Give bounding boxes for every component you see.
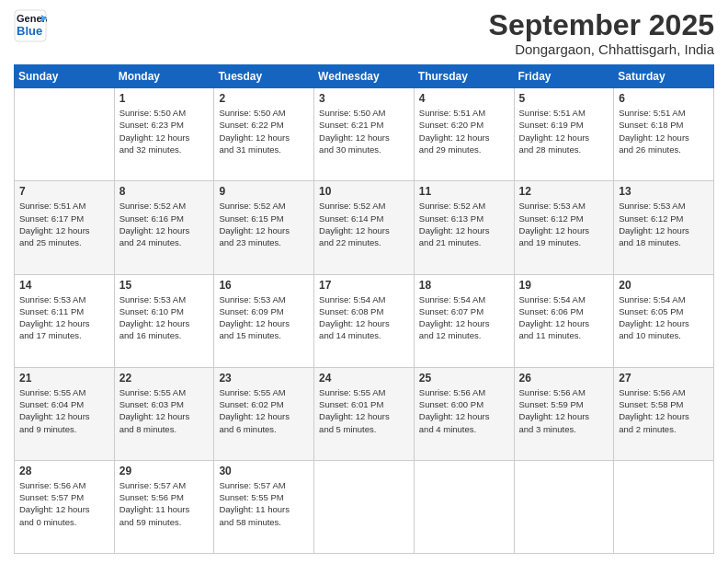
day-info: Sunrise: 5:52 AM Sunset: 6:13 PM Dayligh… (419, 200, 509, 248)
day-number: 2 (219, 92, 309, 105)
day-number: 29 (119, 465, 210, 477)
header: General Blue September 2025 Dongargaon, … (14, 9, 714, 57)
table-row (15, 88, 115, 181)
table-row: 3Sunrise: 5:50 AM Sunset: 6:21 PM Daylig… (314, 88, 415, 181)
calendar-header-row: Sunday Monday Tuesday Wednesday Thursday… (15, 65, 714, 88)
day-number: 20 (619, 279, 709, 292)
table-row: 21Sunrise: 5:55 AM Sunset: 6:04 PM Dayli… (15, 367, 115, 460)
day-number: 27 (619, 372, 709, 385)
day-info: Sunrise: 5:56 AM Sunset: 5:59 PM Dayligh… (519, 386, 609, 435)
day-number: 17 (319, 279, 409, 292)
table-row: 20Sunrise: 5:54 AM Sunset: 6:05 PM Dayli… (614, 274, 714, 367)
day-info: Sunrise: 5:55 AM Sunset: 6:04 PM Dayligh… (19, 386, 109, 435)
logo-svg: General Blue (14, 9, 47, 42)
table-row: 1Sunrise: 5:50 AM Sunset: 6:23 PM Daylig… (114, 88, 214, 181)
table-row: 2Sunrise: 5:50 AM Sunset: 6:22 PM Daylig… (214, 88, 314, 181)
table-row: 7Sunrise: 5:51 AM Sunset: 6:17 PM Daylig… (15, 181, 115, 274)
day-info: Sunrise: 5:51 AM Sunset: 6:20 PM Dayligh… (419, 107, 509, 155)
day-info: Sunrise: 5:53 AM Sunset: 6:10 PM Dayligh… (119, 293, 210, 342)
table-row: 30Sunrise: 5:57 AM Sunset: 5:55 PM Dayli… (214, 460, 314, 553)
day-number: 25 (419, 372, 509, 385)
svg-text:Blue: Blue (17, 24, 42, 38)
day-info: Sunrise: 5:57 AM Sunset: 5:55 PM Dayligh… (219, 479, 309, 528)
col-thursday: Thursday (414, 65, 514, 88)
month-title: September 2025 (489, 9, 714, 41)
day-number: 6 (619, 92, 709, 105)
day-number: 23 (219, 372, 309, 385)
day-info: Sunrise: 5:52 AM Sunset: 6:14 PM Dayligh… (319, 200, 409, 248)
col-wednesday: Wednesday (314, 65, 415, 88)
table-row (514, 460, 614, 553)
day-number: 12 (519, 185, 609, 198)
day-number: 28 (19, 465, 109, 477)
day-info: Sunrise: 5:51 AM Sunset: 6:19 PM Dayligh… (519, 107, 609, 155)
day-number: 7 (19, 185, 109, 198)
day-number: 15 (119, 279, 210, 292)
day-number: 14 (19, 279, 109, 292)
table-row: 16Sunrise: 5:53 AM Sunset: 6:09 PM Dayli… (214, 274, 314, 367)
day-info: Sunrise: 5:54 AM Sunset: 6:06 PM Dayligh… (519, 293, 609, 342)
day-info: Sunrise: 5:53 AM Sunset: 6:09 PM Dayligh… (219, 293, 309, 342)
table-row: 28Sunrise: 5:56 AM Sunset: 5:57 PM Dayli… (15, 460, 115, 553)
day-info: Sunrise: 5:56 AM Sunset: 5:57 PM Dayligh… (19, 479, 109, 528)
day-number: 26 (519, 372, 609, 385)
col-monday: Monday (114, 65, 214, 88)
calendar-week-row: 7Sunrise: 5:51 AM Sunset: 6:17 PM Daylig… (15, 181, 714, 274)
day-number: 21 (19, 372, 109, 385)
day-info: Sunrise: 5:50 AM Sunset: 6:23 PM Dayligh… (119, 107, 210, 155)
day-number: 13 (619, 185, 709, 198)
day-number: 9 (219, 185, 309, 198)
table-row: 9Sunrise: 5:52 AM Sunset: 6:15 PM Daylig… (214, 181, 314, 274)
table-row: 11Sunrise: 5:52 AM Sunset: 6:13 PM Dayli… (414, 181, 514, 274)
page: General Blue September 2025 Dongargaon, … (0, 0, 728, 563)
day-number: 8 (119, 185, 210, 198)
title-block: September 2025 Dongargaon, Chhattisgarh,… (489, 9, 714, 57)
table-row: 10Sunrise: 5:52 AM Sunset: 6:14 PM Dayli… (314, 181, 415, 274)
col-friday: Friday (514, 65, 614, 88)
table-row: 22Sunrise: 5:55 AM Sunset: 6:03 PM Dayli… (114, 367, 214, 460)
table-row: 26Sunrise: 5:56 AM Sunset: 5:59 PM Dayli… (514, 367, 614, 460)
day-info: Sunrise: 5:51 AM Sunset: 6:18 PM Dayligh… (619, 107, 709, 155)
day-info: Sunrise: 5:54 AM Sunset: 6:05 PM Dayligh… (619, 293, 709, 342)
table-row (414, 460, 514, 553)
table-row: 13Sunrise: 5:53 AM Sunset: 6:12 PM Dayli… (614, 181, 714, 274)
table-row: 27Sunrise: 5:56 AM Sunset: 5:58 PM Dayli… (614, 367, 714, 460)
table-row: 14Sunrise: 5:53 AM Sunset: 6:11 PM Dayli… (15, 274, 115, 367)
day-info: Sunrise: 5:55 AM Sunset: 6:01 PM Dayligh… (319, 386, 409, 435)
day-info: Sunrise: 5:50 AM Sunset: 6:22 PM Dayligh… (219, 107, 309, 155)
col-saturday: Saturday (614, 65, 714, 88)
day-number: 4 (419, 92, 509, 105)
calendar-week-row: 14Sunrise: 5:53 AM Sunset: 6:11 PM Dayli… (15, 274, 714, 367)
day-info: Sunrise: 5:56 AM Sunset: 6:00 PM Dayligh… (419, 386, 509, 435)
day-info: Sunrise: 5:54 AM Sunset: 6:08 PM Dayligh… (319, 293, 409, 342)
day-number: 11 (419, 185, 509, 198)
table-row: 5Sunrise: 5:51 AM Sunset: 6:19 PM Daylig… (514, 88, 614, 181)
day-info: Sunrise: 5:56 AM Sunset: 5:58 PM Dayligh… (619, 386, 709, 435)
day-number: 30 (219, 465, 309, 477)
day-number: 16 (219, 279, 309, 292)
day-info: Sunrise: 5:53 AM Sunset: 6:12 PM Dayligh… (619, 200, 709, 248)
table-row: 29Sunrise: 5:57 AM Sunset: 5:56 PM Dayli… (114, 460, 214, 553)
table-row: 23Sunrise: 5:55 AM Sunset: 6:02 PM Dayli… (214, 367, 314, 460)
day-info: Sunrise: 5:53 AM Sunset: 6:12 PM Dayligh… (519, 200, 609, 248)
table-row: 18Sunrise: 5:54 AM Sunset: 6:07 PM Dayli… (414, 274, 514, 367)
day-number: 22 (119, 372, 210, 385)
calendar-week-row: 28Sunrise: 5:56 AM Sunset: 5:57 PM Dayli… (15, 460, 714, 553)
location: Dongargaon, Chhattisgarh, India (489, 41, 714, 57)
day-number: 1 (119, 92, 210, 105)
day-info: Sunrise: 5:50 AM Sunset: 6:21 PM Dayligh… (319, 107, 409, 155)
table-row: 8Sunrise: 5:52 AM Sunset: 6:16 PM Daylig… (114, 181, 214, 274)
day-number: 24 (319, 372, 409, 385)
day-info: Sunrise: 5:51 AM Sunset: 6:17 PM Dayligh… (19, 200, 109, 248)
day-number: 19 (519, 279, 609, 292)
day-info: Sunrise: 5:53 AM Sunset: 6:11 PM Dayligh… (19, 293, 109, 342)
day-info: Sunrise: 5:52 AM Sunset: 6:16 PM Dayligh… (119, 200, 210, 248)
day-number: 5 (519, 92, 609, 105)
table-row (614, 460, 714, 553)
table-row (314, 460, 415, 553)
day-info: Sunrise: 5:55 AM Sunset: 6:03 PM Dayligh… (119, 386, 210, 435)
day-info: Sunrise: 5:52 AM Sunset: 6:15 PM Dayligh… (219, 200, 309, 248)
table-row: 12Sunrise: 5:53 AM Sunset: 6:12 PM Dayli… (514, 181, 614, 274)
table-row: 4Sunrise: 5:51 AM Sunset: 6:20 PM Daylig… (414, 88, 514, 181)
calendar-table: Sunday Monday Tuesday Wednesday Thursday… (14, 64, 714, 554)
